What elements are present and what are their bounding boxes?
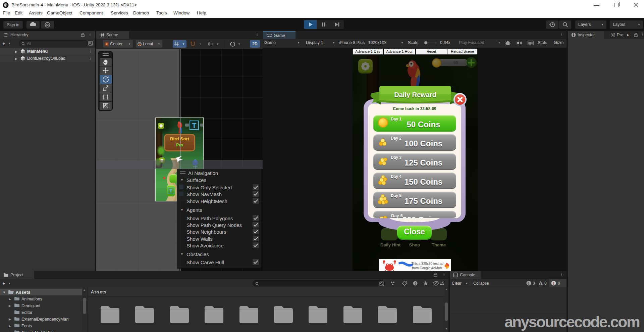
svg-text:Y: Y — [176, 44, 178, 46]
